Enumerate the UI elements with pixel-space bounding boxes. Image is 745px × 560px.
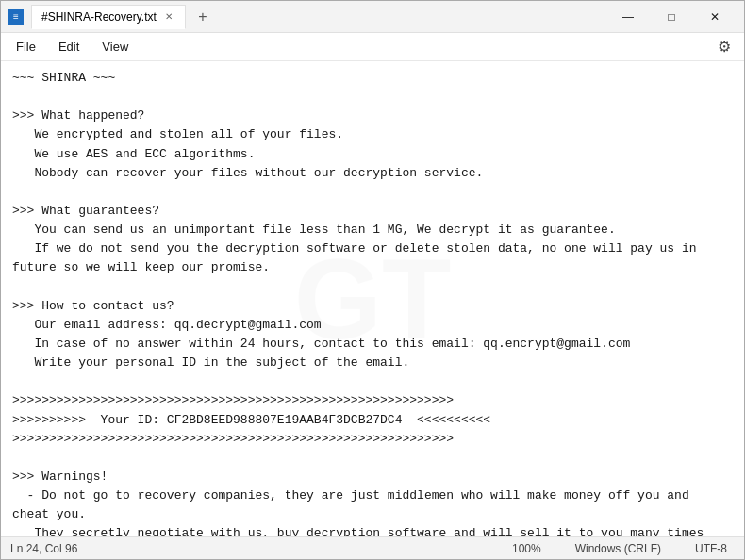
line-ending[interactable]: Windows (CRLF) [568, 542, 669, 555]
titlebar: ≡ #SHINRA-Recovery.txt ✕ + — □ ✕ [1, 1, 744, 33]
maximize-button[interactable]: □ [650, 1, 693, 33]
main-window: ≡ #SHINRA-Recovery.txt ✕ + — □ ✕ File Ed… [0, 0, 745, 560]
active-tab[interactable]: #SHINRA-Recovery.txt ✕ [31, 5, 186, 29]
tab-area: #SHINRA-Recovery.txt ✕ + [31, 5, 216, 29]
app-icon-symbol: ≡ [13, 11, 19, 22]
file-menu[interactable]: File [5, 36, 47, 58]
status-right-area: 100% Windows (CRLF) UTF-8 [505, 542, 735, 555]
window-controls: — □ ✕ [606, 1, 737, 33]
new-tab-button[interactable]: + [190, 5, 216, 29]
editor-content[interactable]: ~~~ SHINRA ~~~ >>> What happened? We enc… [1, 61, 744, 536]
tab-label: #SHINRA-Recovery.txt [41, 10, 157, 24]
app-icon: ≡ [8, 9, 24, 25]
menubar: File Edit View ⚙ [1, 33, 744, 61]
tab-close-button[interactable]: ✕ [162, 10, 175, 23]
statusbar: Ln 24, Col 96 100% Windows (CRLF) UTF-8 [1, 536, 744, 559]
editor-container: GT ~~~ SHINRA ~~~ >>> What happened? We … [1, 61, 744, 536]
close-button[interactable]: ✕ [693, 1, 737, 33]
view-menu[interactable]: View [91, 36, 140, 58]
settings-icon[interactable]: ⚙ [708, 34, 740, 59]
minimize-button[interactable]: — [606, 1, 650, 33]
status-position: Ln 24, Col 96 [10, 542, 505, 555]
zoom-level[interactable]: 100% [505, 542, 549, 555]
cursor-position: Ln 24, Col 96 [10, 542, 77, 555]
encoding[interactable]: UTF-8 [687, 542, 735, 555]
edit-menu[interactable]: Edit [47, 36, 91, 58]
